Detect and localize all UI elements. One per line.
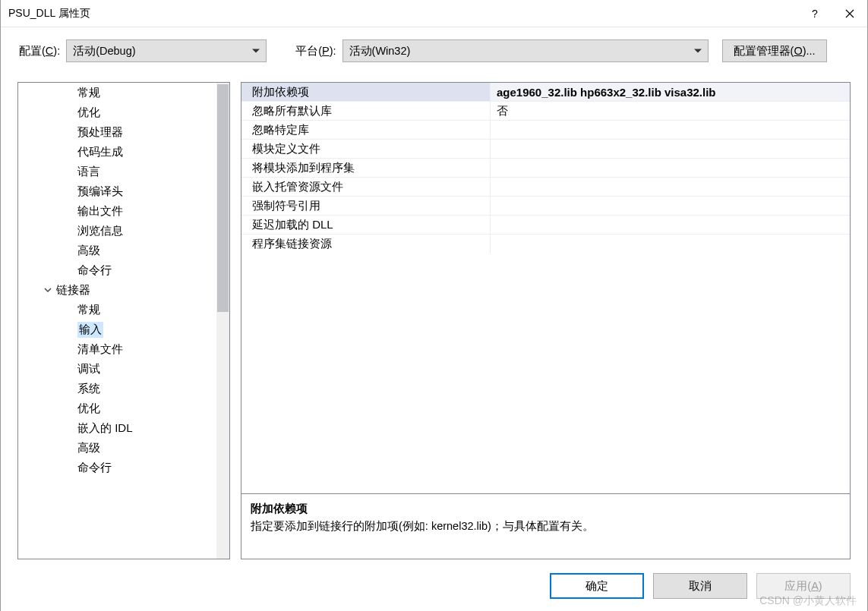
main-area: 常规优化预处理器代码生成语言预编译头输出文件浏览信息高级命令行链接器常规输入清单… <box>17 82 851 559</box>
tree-item-label: 命令行 <box>77 461 112 475</box>
platform-label: 平台(P): <box>295 44 336 58</box>
footer: 确定 取消 应用(A) <box>1 564 867 611</box>
tree-item-label: 系统 <box>77 382 100 396</box>
tree-item[interactable]: 优化 <box>18 398 216 418</box>
tree-item[interactable]: 预处理器 <box>18 122 216 142</box>
property-row[interactable]: 将模块添加到程序集 <box>241 159 850 178</box>
description-text: 指定要添加到链接行的附加项(例如: kernel32.lib)；与具体配置有关。 <box>251 519 841 534</box>
property-value[interactable] <box>491 140 850 158</box>
tree-item-label: 常规 <box>77 86 100 100</box>
tree-item[interactable]: 高级 <box>18 438 216 458</box>
tree-item-label: 命令行 <box>77 263 112 278</box>
platform-combo-value: 活动(Win32) <box>349 44 411 58</box>
tree-item[interactable]: 代码生成 <box>18 142 216 162</box>
tree-item[interactable]: 高级 <box>18 241 216 260</box>
tree-item-label: 调试 <box>77 362 100 376</box>
tree-group-label: 链接器 <box>56 283 90 298</box>
tree-item[interactable]: 预编译头 <box>18 181 216 201</box>
tree-item-label: 预处理器 <box>77 125 123 140</box>
tree-item[interactable]: 输入 <box>18 320 216 339</box>
tree-item-label: 常规 <box>77 303 100 317</box>
property-row[interactable]: 延迟加载的 DLL <box>241 216 850 235</box>
property-row[interactable]: 嵌入托管资源文件 <box>241 178 850 197</box>
tree-item[interactable]: 调试 <box>18 359 216 379</box>
property-name: 附加依赖项 <box>241 83 491 101</box>
property-value[interactable] <box>491 121 850 139</box>
config-combo[interactable]: 活动(Debug) <box>66 39 267 62</box>
property-row[interactable]: 忽略所有默认库否 <box>241 102 850 121</box>
property-name: 忽略所有默认库 <box>241 102 491 120</box>
tree-item-label: 预编译头 <box>77 184 123 199</box>
property-name: 延迟加载的 DLL <box>241 216 491 234</box>
property-value[interactable] <box>491 216 850 234</box>
property-row[interactable]: 程序集链接资源 <box>241 235 850 254</box>
description-title: 附加依赖项 <box>251 502 841 516</box>
tree-item[interactable]: 常规 <box>18 300 216 320</box>
property-name: 强制符号引用 <box>241 197 491 215</box>
config-combo-value: 活动(Debug) <box>73 44 135 58</box>
tree-item[interactable]: 优化 <box>18 102 216 122</box>
tree-item-label: 输入 <box>77 322 103 338</box>
config-label: 配置(C): <box>19 44 60 58</box>
property-value[interactable]: 否 <box>491 102 850 120</box>
property-name: 将模块添加到程序集 <box>241 159 491 177</box>
window-title: PSU_DLL 属性页 <box>8 7 797 20</box>
chevron-down-icon[interactable] <box>43 285 53 295</box>
property-value[interactable] <box>491 178 850 196</box>
tree-item[interactable]: 语言 <box>18 162 216 181</box>
config-bar: 配置(C): 活动(Debug) 平台(P): 活动(Win32) 配置管理器(… <box>1 27 867 73</box>
tree-item[interactable]: 嵌入的 IDL <box>18 418 216 438</box>
property-grid: 附加依赖项age1960_32.lib hp663x2_32.lib visa3… <box>241 82 851 494</box>
tree-scrollbar[interactable] <box>216 83 229 559</box>
tree-item-label: 高级 <box>77 244 100 258</box>
property-name: 程序集链接资源 <box>241 235 491 254</box>
tree-item-label: 语言 <box>77 165 100 179</box>
tree-item[interactable]: 系统 <box>18 379 216 398</box>
property-row[interactable]: 忽略特定库 <box>241 121 850 140</box>
tree-item-label: 输出文件 <box>77 204 123 219</box>
tree-item[interactable]: 清单文件 <box>18 339 216 359</box>
property-value[interactable] <box>491 197 850 215</box>
apply-button: 应用(A) <box>756 573 851 599</box>
platform-combo[interactable]: 活动(Win32) <box>342 39 709 62</box>
property-value[interactable] <box>491 159 850 177</box>
property-value[interactable] <box>491 235 850 254</box>
tree-item-label: 代码生成 <box>77 145 123 159</box>
config-manager-button[interactable]: 配置管理器(O)... <box>722 39 827 62</box>
tree-item[interactable]: 命令行 <box>18 458 216 477</box>
description-pane: 附加依赖项 指定要添加到链接行的附加项(例如: kernel32.lib)；与具… <box>241 494 851 559</box>
tree-pane: 常规优化预处理器代码生成语言预编译头输出文件浏览信息高级命令行链接器常规输入清单… <box>17 82 230 559</box>
property-value[interactable]: age1960_32.lib hp663x2_32.lib visa32.lib <box>491 83 850 101</box>
property-row[interactable]: 模块定义文件 <box>241 140 850 159</box>
tree-item-label: 清单文件 <box>77 342 123 357</box>
property-name: 模块定义文件 <box>241 140 491 158</box>
tree-item-label: 嵌入的 IDL <box>77 421 133 436</box>
tree-item-label: 优化 <box>77 106 100 120</box>
tree-item-label: 浏览信息 <box>77 224 123 238</box>
tree-item[interactable]: 常规 <box>18 83 216 102</box>
property-name: 忽略特定库 <box>241 121 491 139</box>
tree-item-label: 优化 <box>77 402 100 416</box>
tree-group-linker[interactable]: 链接器 <box>18 280 216 300</box>
close-icon[interactable] <box>832 0 867 27</box>
cancel-button[interactable]: 取消 <box>653 573 747 599</box>
tree-item[interactable]: 浏览信息 <box>18 221 216 241</box>
tree-scrollbar-thumb[interactable] <box>217 84 229 312</box>
right-pane: 附加依赖项age1960_32.lib hp663x2_32.lib visa3… <box>241 82 851 559</box>
help-icon[interactable]: ? <box>797 0 832 27</box>
tree-item[interactable]: 输出文件 <box>18 201 216 221</box>
titlebar: PSU_DLL 属性页 ? <box>1 0 867 27</box>
tree-item[interactable]: 命令行 <box>18 260 216 280</box>
property-row[interactable]: 附加依赖项age1960_32.lib hp663x2_32.lib visa3… <box>241 83 850 102</box>
ok-button[interactable]: 确定 <box>550 573 644 599</box>
property-row[interactable]: 强制符号引用 <box>241 197 850 216</box>
tree-item-label: 高级 <box>77 441 100 455</box>
property-name: 嵌入托管资源文件 <box>241 178 491 196</box>
